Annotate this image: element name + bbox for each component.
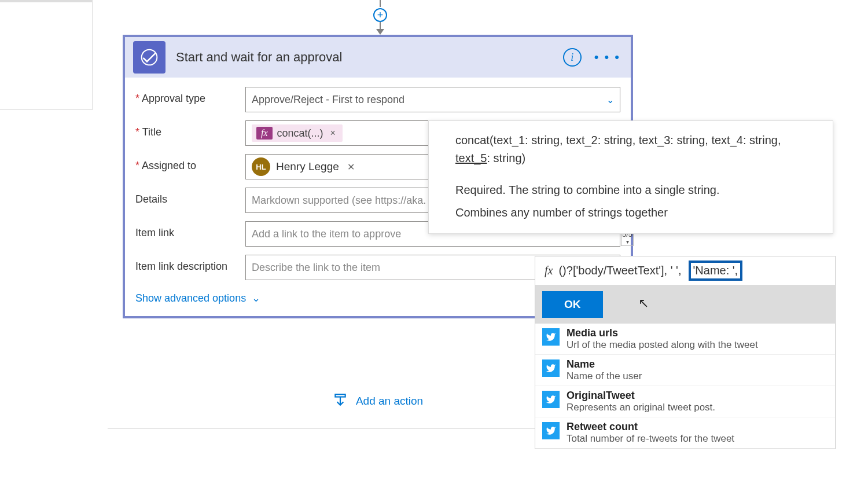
add-action-button[interactable]: Add an action [356,395,423,408]
twitter-icon [542,328,560,346]
approval-icon [133,41,165,74]
chevron-down-icon: ⌄ [606,94,614,105]
info-icon[interactable]: i [563,48,582,67]
twitter-icon [542,391,560,408]
label-item-link: Item link [135,221,245,239]
flow-connector: + [373,0,387,37]
twitter-icon [542,422,560,439]
card-header[interactable]: Start and wait for an approval i • • • [125,37,631,78]
approval-type-value: Approve/Reject - First to respond [252,94,404,106]
fx-badge-icon: fx [256,127,273,140]
show-advanced-options-link[interactable]: Show advanced options ⌄ [135,292,260,304]
dyn-desc: Url of the media posted along with the t… [567,339,828,351]
ok-row: OK ↖ [535,285,835,324]
dyn-title: Name [567,358,828,370]
label-details: Details [135,188,245,206]
expression-input[interactable]: ()?['body/TweetText'], ' ', 'Name: ', [558,260,832,281]
person-remove-icon[interactable]: ✕ [345,162,357,173]
svg-rect-1 [335,394,345,397]
chevron-down-icon: ⌄ [252,292,260,304]
expression-input-row[interactable]: fx ()?['body/TweetText'], ' ', 'Name: ', [535,256,835,285]
item-link-desc-placeholder: Describe the link to the item [252,262,380,274]
dynamic-item-media-urls[interactable]: Media urls Url of the media posted along… [535,324,835,355]
person-name: Henry Legge [276,160,339,173]
row-approval-type: Approval type Approve/Reject - First to … [135,87,620,112]
approval-type-select[interactable]: Approve/Reject - First to respond ⌄ [245,87,620,112]
dyn-title: Media urls [567,327,828,339]
ok-button[interactable]: OK [542,291,603,318]
label-item-link-desc: Item link description [135,255,245,273]
dynamic-content-list: Media urls Url of the media posted along… [535,324,835,449]
dyn-desc: Represents an original tweet post. [567,402,828,413]
dyn-title: Retweet count [567,421,828,433]
dynamic-item-original-tweet[interactable]: OriginalTweet Represents an original twe… [535,386,835,417]
stepper-down-icon[interactable]: ▾ [626,239,629,245]
card-title: Start and wait for an approval [176,50,563,65]
expression-panel: fx ()?['body/TweetText'], ' ', 'Name: ',… [535,256,836,449]
fx-token-remove-icon[interactable]: × [328,128,338,138]
dyn-desc: Total number of re-tweets for the tweet [567,433,828,445]
fx-token-text: concat(...) [277,127,323,140]
advanced-options-text: Show advanced options [135,292,246,304]
fx-token[interactable]: fx concat(...) × [252,124,343,142]
cursor-icon: ↖ [638,296,649,311]
avatar: HL [252,157,270,176]
details-placeholder: Markdown supported (see https://aka. [252,195,426,207]
dynamic-item-retweet-count[interactable]: Retweet count Total number of re-tweets … [535,417,835,449]
add-step-button[interactable]: + [373,8,387,22]
item-link-placeholder: Add a link to the item to approve [252,228,401,240]
dyn-desc: Name of the user [567,370,828,382]
left-panel-stub [0,0,93,110]
dyn-title: OriginalTweet [567,390,828,402]
label-title: Title [135,120,245,138]
tooltip-signature: concat(text_1: string, text_2: string, t… [455,131,819,167]
more-menu-icon[interactable]: • • • [592,47,623,67]
svg-point-0 [142,50,157,65]
person-token: HL Henry Legge ✕ [252,157,357,176]
label-approval-type: Approval type [135,87,245,105]
dynamic-item-name[interactable]: Name Name of the user [535,355,835,386]
twitter-icon [542,359,560,377]
connector-arrow-icon [376,29,384,35]
add-action-icon [333,392,348,410]
function-tooltip: concat(text_1: string, text_2: string, t… [428,120,833,234]
fx-label-icon: fx [539,264,558,277]
expression-highlight: 'Name: ', [689,260,743,281]
label-assigned-to: Assigned to [135,154,245,172]
connector-line-top [380,0,381,7]
tooltip-required: Required. The string to combine into a s… [455,184,819,197]
tooltip-description: Combines any number of strings together [455,206,819,219]
